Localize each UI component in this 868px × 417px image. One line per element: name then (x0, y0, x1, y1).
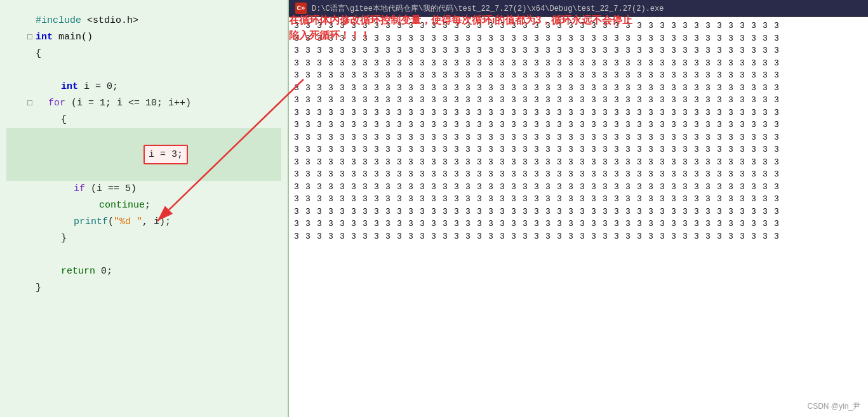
code-line-6: □ for (i = 1; i <= 10; i++) (6, 95, 281, 112)
line-code-3: { (36, 46, 281, 62)
code-line-1: #include <stdio.h> (6, 13, 281, 29)
terminal-line: 3 3 3 3 3 3 3 3 3 3 3 3 3 3 3 3 3 3 3 3 … (294, 181, 863, 194)
terminal-line: 3 3 3 3 3 3 3 3 3 3 3 3 3 3 3 3 3 3 3 3 … (294, 32, 863, 45)
code-line-15: } (6, 280, 281, 296)
line-code-10: continue; (36, 197, 281, 214)
line-fold-6: □ (24, 96, 36, 110)
main-container: #include <stdio.h> □ int main() { i (0, 0, 868, 417)
code-line-5: int i = 0; (6, 79, 281, 95)
line-code-5: int i = 0; (36, 79, 281, 95)
code-content: #include <stdio.h> □ int main() { i (6, 13, 281, 296)
terminal-line: 3 3 3 3 3 3 3 3 3 3 3 3 3 3 3 3 3 3 3 3 … (294, 107, 863, 119)
terminal-line: 3 3 3 3 3 3 3 3 3 3 3 3 3 3 3 3 3 3 3 3 … (294, 168, 863, 181)
terminal-output: 3 3 3 3 3 3 3 3 3 3 3 3 3 3 3 3 3 3 3 3 … (289, 17, 868, 417)
terminal-line: 3 3 3 3 3 3 3 3 3 3 3 3 3 3 3 3 3 3 3 3 … (294, 119, 863, 131)
line-code-2: int main() (36, 29, 281, 46)
terminal-line: 3 3 3 3 3 3 3 3 3 3 3 3 3 3 3 3 3 3 3 3 … (294, 156, 863, 169)
terminal-line: 3 3 3 3 3 3 3 3 3 3 3 3 3 3 3 3 3 3 3 3 … (294, 131, 863, 144)
terminal-line: 3 3 3 3 3 3 3 3 3 3 3 3 3 3 3 3 3 3 3 3 … (294, 57, 863, 70)
terminal-path: D:\C语言\gitee本地代码仓库\我的代码\test_22_7.27(2)\… (312, 3, 664, 14)
code-line-8: i = 3; (6, 128, 281, 181)
terminal-line: 3 3 3 3 3 3 3 3 3 3 3 3 3 3 3 3 3 3 3 3 … (294, 69, 863, 82)
terminal-panel: C» D:\C语言\gitee本地代码仓库\我的代码\test_22_7.27(… (289, 0, 868, 417)
code-line-7: { (6, 112, 281, 128)
code-line-4 (6, 62, 281, 79)
terminal-line: 3 3 3 3 3 3 3 3 3 3 3 3 3 3 3 3 3 3 3 3 … (294, 44, 863, 57)
code-line-13 (6, 247, 281, 263)
code-line-3: { (6, 46, 281, 62)
terminal-titlebar: C» D:\C语言\gitee本地代码仓库\我的代码\test_22_7.27(… (289, 0, 868, 17)
line-code-6: for (i = 1; i <= 10; i++) (36, 95, 281, 112)
line-code-15: } (36, 280, 281, 296)
line-code-1: #include <stdio.h> (36, 13, 281, 29)
line-code-14: return 0; (36, 263, 281, 280)
terminal-line: 3 3 3 3 3 3 3 3 3 3 3 3 3 3 3 3 3 3 3 3 … (294, 20, 863, 32)
line-fold-2: □ (24, 30, 36, 44)
terminal-line: 3 3 3 3 3 3 3 3 3 3 3 3 3 3 3 3 3 3 3 3 … (294, 82, 863, 95)
terminal-icon: C» (295, 3, 307, 14)
terminal-line: 3 3 3 3 3 3 3 3 3 3 3 3 3 3 3 3 3 3 3 3 … (294, 218, 863, 230)
code-line-11: printf("%d ", i); (6, 214, 281, 230)
terminal-line: 3 3 3 3 3 3 3 3 3 3 3 3 3 3 3 3 3 3 3 3 … (294, 94, 863, 107)
code-line-9: if (i == 5) (6, 181, 281, 197)
code-panel: #include <stdio.h> □ int main() { i (0, 0, 289, 417)
line-code-7: { (36, 112, 281, 128)
highlighted-statement: i = 3; (144, 145, 188, 165)
watermark: CSDN @yin_尹 (807, 401, 860, 412)
code-line-14: return 0; (6, 263, 281, 280)
terminal-line: 3 3 3 3 3 3 3 3 3 3 3 3 3 3 3 3 3 3 3 3 … (294, 193, 863, 206)
terminal-line: 3 3 3 3 3 3 3 3 3 3 3 3 3 3 3 3 3 3 3 3 … (294, 206, 863, 218)
terminal-line: 3 3 3 3 3 3 3 3 3 3 3 3 3 3 3 3 3 3 3 3 … (294, 230, 863, 243)
code-line-12: } (6, 230, 281, 247)
line-code-11: printf("%d ", i); (36, 214, 281, 230)
code-line-2: □ int main() (6, 29, 281, 46)
code-line-10: continue; (6, 197, 281, 214)
line-code-8: i = 3; (36, 128, 281, 181)
terminal-line: 3 3 3 3 3 3 3 3 3 3 3 3 3 3 3 3 3 3 3 3 … (294, 143, 863, 156)
line-code-12: } (36, 230, 281, 247)
line-code-9: if (i == 5) (36, 181, 281, 197)
